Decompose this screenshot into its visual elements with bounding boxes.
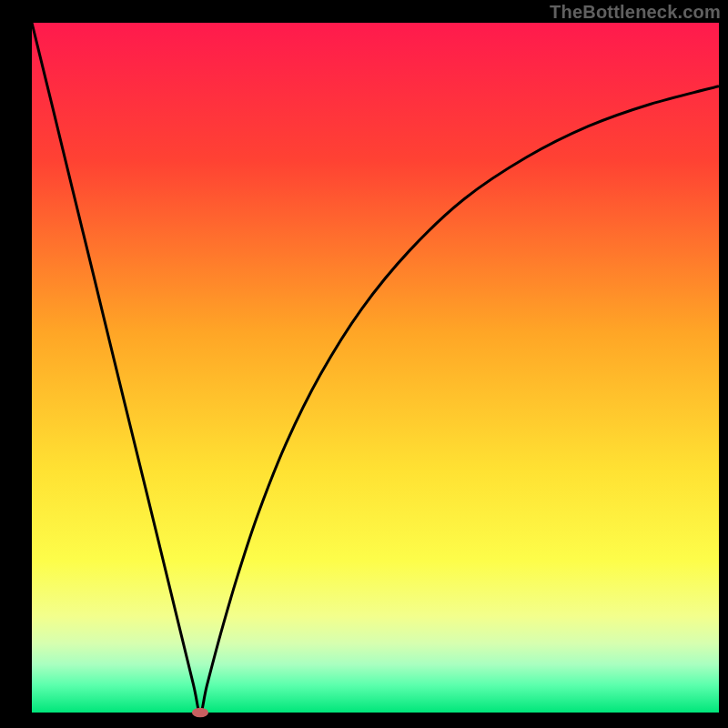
bottleneck-chart xyxy=(0,0,728,728)
minimum-marker xyxy=(192,708,208,718)
plot-background xyxy=(32,23,719,713)
chart-frame: TheBottleneck.com xyxy=(0,0,728,728)
attribution-text: TheBottleneck.com xyxy=(550,2,721,23)
